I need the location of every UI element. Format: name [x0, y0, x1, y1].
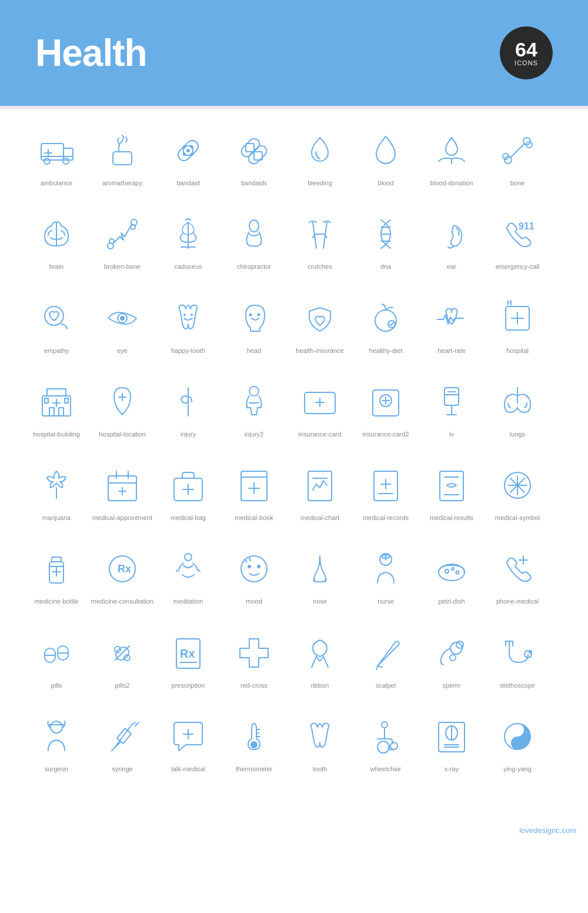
icon-item-bleeding[interactable]: bleeding: [287, 127, 353, 187]
icon-item-sperm[interactable]: sperm: [419, 629, 485, 689]
heart-rate-label: heart-rate: [437, 346, 466, 355]
icon-item-bandaids[interactable]: bandaids: [221, 127, 287, 187]
icon-item-syringe[interactable]: syringe: [89, 713, 155, 773]
icon-item-head[interactable]: head: [221, 295, 287, 355]
icon-item-medical-book[interactable]: medical-book: [221, 462, 287, 522]
icon-item-broken-bone[interactable]: broken-bone: [89, 211, 155, 271]
icon-item-crutches[interactable]: crutches: [287, 211, 353, 271]
icon-item-medicine-bottle[interactable]: medicine-bottle: [24, 545, 89, 605]
svg-rect-55: [47, 389, 66, 396]
icon-item-hospital[interactable]: H hospital: [485, 295, 550, 355]
icon-item-injury[interactable]: injury: [155, 378, 221, 438]
svg-point-175: [515, 741, 520, 745]
medical-results-icon: [428, 462, 475, 509]
icon-item-iv[interactable]: iv: [419, 378, 485, 438]
icon-item-heart-rate[interactable]: heart-rate: [419, 295, 485, 355]
icon-item-health-insurance[interactable]: health-insurance: [287, 295, 353, 355]
icon-item-prescription[interactable]: Rx prescription: [155, 629, 221, 689]
icon-item-ying-yang[interactable]: ying-yang: [485, 713, 550, 773]
health-insurance-icon: [296, 295, 343, 342]
icon-item-stethoscope[interactable]: stethoscope: [485, 629, 550, 689]
icon-row-1: ambulance aromatherapy: [24, 127, 564, 205]
marijuana-icon: [33, 462, 80, 509]
svg-text:H: H: [507, 299, 512, 307]
icon-item-caduceus[interactable]: caduceus: [155, 211, 221, 271]
icon-item-eye[interactable]: eye: [89, 295, 155, 355]
icon-item-medical-chart[interactable]: medical-chart: [287, 462, 353, 522]
svg-rect-0: [41, 144, 64, 160]
icon-item-ribbon[interactable]: ribbon: [287, 629, 353, 689]
icon-item-insurance-card[interactable]: insurance-card: [287, 378, 353, 438]
icon-item-healthy-diet[interactable]: healthy-diet: [353, 295, 419, 355]
icon-item-x-ray[interactable]: x-ray: [419, 713, 485, 773]
medical-chart-label: medical-chart: [300, 514, 339, 522]
icon-item-scalpel[interactable]: scalpel: [353, 629, 419, 689]
icon-item-insurance-card2[interactable]: insurance-card2: [353, 378, 419, 438]
icon-item-talk-medical[interactable]: talk-medical: [155, 713, 221, 773]
icon-item-hospital-building[interactable]: hospital-building: [24, 378, 89, 438]
icon-item-nurse[interactable]: nurse: [353, 545, 419, 605]
icon-item-medical-appointment[interactable]: medical-appointment: [89, 462, 155, 522]
blood-donation-icon: [428, 127, 475, 174]
icon-item-pills[interactable]: pills: [24, 629, 89, 689]
happy-tooth-label: happy-tooth: [171, 346, 205, 355]
blood-icon: [362, 127, 409, 174]
icon-row-3: empathy eye hap: [24, 295, 564, 372]
icon-item-aromatherapy[interactable]: aromatherapy: [89, 127, 155, 187]
icon-item-happy-tooth[interactable]: happy-tooth: [155, 295, 221, 355]
icon-item-ambulance[interactable]: ambulance: [24, 127, 89, 187]
icon-item-bone[interactable]: bone: [485, 127, 550, 187]
scalpel-icon: [362, 629, 409, 677]
icon-item-brain[interactable]: brain: [24, 211, 89, 271]
svg-rect-59: [59, 408, 64, 416]
chiropractor-icon: [230, 211, 278, 258]
icon-item-mood[interactable]: mood: [221, 545, 287, 605]
icon-item-tooth[interactable]: tooth: [287, 713, 353, 773]
icon-item-dna[interactable]: dna: [353, 211, 419, 271]
wheelchair-icon: [362, 713, 409, 760]
icon-item-ear[interactable]: ear: [419, 211, 485, 271]
icon-item-phone-medical[interactable]: phone-medical: [485, 545, 550, 605]
icon-item-lungs[interactable]: lungs: [485, 378, 550, 438]
icon-item-thermometer[interactable]: thermometer: [221, 713, 287, 773]
icon-item-red-cross[interactable]: red-cross: [221, 629, 287, 689]
tooth-icon: [296, 713, 343, 760]
svg-rect-7: [113, 152, 132, 165]
icon-item-meditation[interactable]: meditation: [155, 545, 221, 605]
broken-bone-icon: [99, 211, 146, 258]
icon-item-surgeon[interactable]: surgeon: [24, 713, 89, 773]
ear-icon: [428, 211, 475, 258]
icon-item-pills2[interactable]: pills2: [89, 629, 155, 689]
svg-rect-17: [246, 144, 254, 152]
icon-item-medical-bag[interactable]: medical-bag: [155, 462, 221, 522]
icon-item-emergency-call[interactable]: 911 emergency-call: [485, 211, 550, 271]
svg-text:911: 911: [519, 221, 534, 231]
icon-item-blood[interactable]: blood: [353, 127, 419, 187]
svg-line-157: [135, 722, 139, 726]
svg-point-13: [184, 154, 186, 155]
sperm-icon: [428, 629, 475, 677]
svg-point-145: [450, 655, 456, 661]
icon-item-wheelchair[interactable]: wheelchair: [353, 713, 419, 773]
red-cross-icon: [230, 629, 278, 677]
icon-item-marijuana[interactable]: marijuana: [24, 462, 89, 522]
icon-item-petri-dish[interactable]: petri-dish: [419, 545, 485, 605]
medicine-bottle-icon: [33, 545, 80, 592]
medical-appointment-label: medical-appointment: [92, 514, 152, 522]
icon-item-injury2[interactable]: injury2: [221, 378, 287, 438]
caduceus-icon: [165, 211, 212, 258]
insurance-card2-icon: [362, 378, 409, 425]
icon-item-medicine-consultation[interactable]: Rx medicine-consultation: [89, 545, 155, 605]
icon-item-nose[interactable]: nose: [287, 545, 353, 605]
icon-item-empathy[interactable]: empathy: [24, 295, 89, 355]
icon-item-chiropractor[interactable]: chiropractor: [221, 211, 287, 271]
svg-point-144: [456, 641, 463, 648]
icon-item-bandaid[interactable]: bandaid: [155, 127, 221, 187]
icon-item-blood-donation[interactable]: blood-donation: [419, 127, 485, 187]
badge-label: ICONS: [514, 59, 538, 66]
eye-icon: [99, 295, 146, 342]
icon-item-hospital-location[interactable]: hospital-location: [89, 378, 155, 438]
icon-item-medical-symbol[interactable]: medical-symbol: [485, 462, 550, 522]
icon-item-medical-records[interactable]: medical-records: [353, 462, 419, 522]
icon-item-medical-results[interactable]: medical-results: [419, 462, 485, 522]
